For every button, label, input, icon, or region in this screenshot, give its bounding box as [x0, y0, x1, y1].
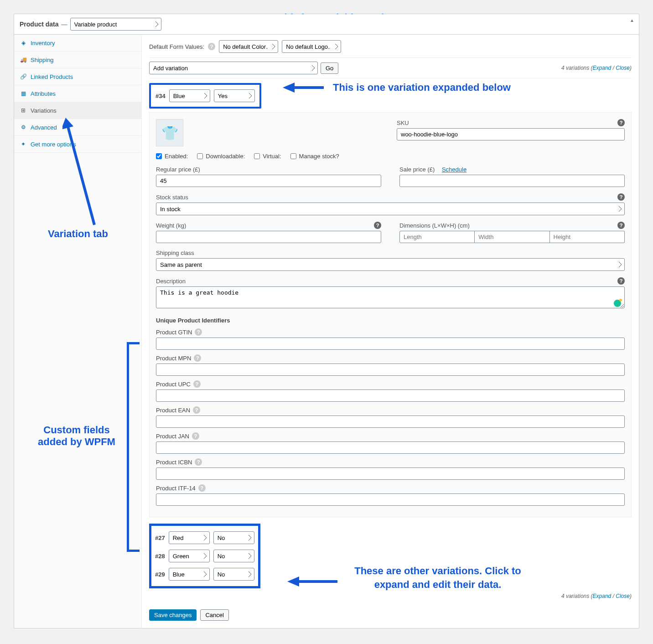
product-type-select[interactable]: Variable product: [70, 18, 161, 31]
sidebar-item-linked[interactable]: 🔗 Linked Products: [14, 68, 141, 85]
stock-status-select[interactable]: In stock: [156, 203, 625, 215]
identifier-input[interactable]: [156, 493, 625, 506]
variation-id: #34: [155, 93, 166, 99]
variation-color-select[interactable]: Blue: [169, 89, 210, 102]
help-icon[interactable]: ?: [198, 484, 206, 492]
collapse-toggle-icon[interactable]: ▲: [630, 18, 634, 23]
identifier-input[interactable]: [156, 338, 625, 350]
identifier-input[interactable]: [156, 390, 625, 402]
variation-body: 👕 SKU ? Enabled: Downloadable:: [149, 112, 632, 517]
identifier-input[interactable]: [156, 467, 625, 480]
help-icon[interactable]: ?: [192, 432, 199, 440]
virtual-checkbox[interactable]: Virtual:: [254, 153, 281, 160]
default-logo-select[interactable]: No default Logo…: [282, 40, 341, 53]
help-icon[interactable]: ?: [193, 380, 201, 388]
variation-id: #29: [155, 571, 165, 578]
help-icon[interactable]: ?: [617, 277, 625, 285]
identifier-field: Product UPC ?: [156, 380, 625, 402]
help-icon[interactable]: ?: [617, 119, 625, 126]
identifier-input[interactable]: [156, 364, 625, 376]
help-icon[interactable]: ?: [195, 458, 202, 466]
variations-footer: 4 variations (Expand / Close): [149, 588, 632, 603]
manage-stock-checkbox[interactable]: Manage stock?: [290, 153, 339, 160]
variation-row-34[interactable]: #34 Blue Yes: [154, 87, 257, 105]
width-input[interactable]: [475, 231, 549, 243]
identifier-label: Product JAN: [156, 433, 189, 440]
shipping-class-select[interactable]: Same as parent: [156, 258, 625, 271]
help-icon[interactable]: ?: [617, 193, 625, 201]
sale-price-label: Sale price (£): [399, 166, 435, 173]
help-icon[interactable]: ?: [193, 406, 200, 414]
regular-price-input[interactable]: [156, 175, 381, 187]
variation-color-select[interactable]: Blue: [169, 568, 210, 581]
variation-logo-select[interactable]: No: [213, 568, 254, 581]
variation-action-select[interactable]: Add variation: [149, 62, 318, 74]
shipping-class-label: Shipping class: [156, 249, 194, 256]
variation-color-select[interactable]: Red: [169, 531, 210, 544]
sidebar-item-attributes[interactable]: ▦ Attributes: [14, 85, 141, 102]
sku-input[interactable]: [397, 128, 625, 140]
expand-link[interactable]: Expand: [593, 65, 612, 71]
identifier-input[interactable]: [156, 415, 625, 428]
sidebar-item-advanced[interactable]: ⚙ Advanced: [14, 119, 141, 136]
variation-row[interactable]: #28GreenNo: [154, 547, 255, 565]
variation-row[interactable]: #29BlueNo: [154, 565, 255, 583]
variation-id: #27: [155, 535, 165, 541]
identifier-label: Product ITF-14: [156, 485, 196, 492]
identifiers-title: Unique Product Identifiers: [156, 317, 625, 324]
description-textarea[interactable]: This is a great hoodie: [156, 286, 625, 308]
close-link[interactable]: Close: [616, 593, 630, 599]
length-input[interactable]: [399, 231, 475, 243]
sku-label: SKU: [397, 119, 409, 126]
expand-link[interactable]: Expand: [593, 593, 612, 599]
variations-icon: ⊞: [20, 107, 27, 114]
cancel-button[interactable]: Cancel: [200, 609, 228, 621]
variation-toggles: Enabled: Downloadable: Virtual: Manage s…: [156, 153, 625, 160]
identifier-input[interactable]: [156, 441, 625, 454]
variations-toolbar: Add variation Go 4 variations (Expand / …: [149, 57, 632, 78]
downloadable-checkbox[interactable]: Downloadable:: [197, 153, 245, 160]
close-link[interactable]: Close: [616, 65, 630, 71]
identifier-label: Product ICBN: [156, 459, 192, 466]
sidebar-item-more[interactable]: ✦ Get more options: [14, 136, 141, 153]
variation-logo-select[interactable]: No: [213, 550, 254, 562]
help-icon[interactable]: ?: [617, 222, 625, 229]
highlight-box: #34 Blue Yes: [149, 83, 261, 109]
identifier-label: Product UPC: [156, 381, 191, 388]
panel-header: Product data — Variable product ▲: [14, 14, 639, 35]
schedule-link[interactable]: Schedule: [442, 166, 466, 173]
variation-logo-select[interactable]: Yes: [214, 89, 255, 102]
height-input[interactable]: [550, 231, 625, 243]
weight-input[interactable]: [156, 231, 381, 243]
identifier-label: Product GTIN: [156, 329, 192, 336]
sidebar-item-shipping[interactable]: 🚚 Shipping: [14, 52, 141, 68]
sidebar-item-inventory[interactable]: ◈ Inventory: [14, 35, 141, 52]
sidebar-item-variations[interactable]: ⊞ Variations: [14, 102, 141, 119]
default-color-select[interactable]: No default Color…: [219, 40, 278, 53]
sidebar-item-label: Advanced: [31, 124, 57, 131]
variation-row[interactable]: #27RedNo: [154, 529, 255, 547]
save-button[interactable]: Save changes: [149, 609, 197, 621]
identifiers-group: Product GTIN ?Product MPN ?Product UPC ?…: [156, 328, 625, 506]
help-icon[interactable]: ?: [374, 222, 381, 229]
variations-count: 4 variations (Expand / Close): [561, 593, 632, 599]
sidebar: ◈ Inventory 🚚 Shipping 🔗 Linked Products…: [14, 35, 142, 628]
highlight-box: #27RedNo#28GreenNo#29BlueNo: [149, 524, 260, 588]
identifier-label: Product EAN: [156, 407, 190, 414]
go-button[interactable]: Go: [321, 62, 338, 74]
identifier-field: Product EAN ?: [156, 406, 625, 428]
attributes-icon: ▦: [20, 90, 27, 97]
help-icon[interactable]: ?: [194, 354, 201, 362]
shipping-icon: 🚚: [20, 56, 27, 63]
variation-image[interactable]: 👕: [156, 119, 183, 146]
default-form-values-row: Default Form Values: ? No default Color……: [149, 40, 632, 53]
variation-logo-select[interactable]: No: [213, 531, 254, 544]
sale-price-input[interactable]: [399, 175, 625, 187]
variation-color-select[interactable]: Green: [169, 550, 210, 562]
help-icon[interactable]: ?: [195, 328, 202, 336]
help-icon[interactable]: ?: [208, 43, 215, 50]
dimensions-label: Dimensions (L×W×H) (cm): [399, 222, 470, 229]
enabled-checkbox[interactable]: Enabled:: [156, 153, 188, 160]
sidebar-item-label: Get more options: [31, 141, 76, 148]
variations-count: 4 variations (Expand / Close): [561, 65, 632, 71]
